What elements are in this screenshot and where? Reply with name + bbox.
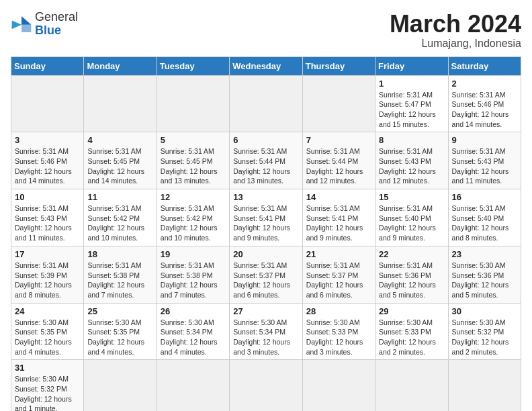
day-number: 26: [161, 306, 226, 316]
svg-marker-2: [12, 20, 21, 29]
day-number: 9: [452, 135, 517, 145]
day-info: Sunrise: 5:31 AM Sunset: 5:45 PM Dayligh…: [161, 147, 218, 185]
calendar-cell: 4Sunrise: 5:31 AM Sunset: 5:45 PM Daylig…: [84, 132, 157, 189]
day-info: Sunrise: 5:30 AM Sunset: 5:33 PM Dayligh…: [379, 318, 436, 356]
day-number: 19: [161, 249, 226, 259]
day-header-friday: Friday: [375, 56, 448, 75]
day-info: Sunrise: 5:31 AM Sunset: 5:42 PM Dayligh…: [87, 204, 144, 242]
day-info: Sunrise: 5:31 AM Sunset: 5:42 PM Dayligh…: [161, 204, 218, 242]
day-number: 30: [452, 306, 517, 316]
day-info: Sunrise: 5:31 AM Sunset: 5:45 PM Dayligh…: [87, 147, 144, 185]
day-number: 24: [15, 306, 80, 316]
day-number: 1: [379, 79, 444, 89]
general-blue-logo-icon: [11, 15, 32, 34]
day-number: 25: [87, 306, 152, 316]
calendar-cell: 17Sunrise: 5:31 AM Sunset: 5:39 PM Dayli…: [11, 246, 84, 303]
day-number: 8: [379, 135, 444, 145]
day-info: Sunrise: 5:30 AM Sunset: 5:34 PM Dayligh…: [161, 318, 218, 356]
day-number: 17: [15, 249, 80, 259]
calendar-cell: [302, 360, 375, 411]
day-number: 31: [15, 363, 80, 373]
day-info: Sunrise: 5:30 AM Sunset: 5:35 PM Dayligh…: [15, 318, 72, 356]
calendar-cell: [375, 360, 448, 411]
calendar-header: SundayMondayTuesdayWednesdayThursdayFrid…: [11, 56, 521, 75]
calendar-cell: 25Sunrise: 5:30 AM Sunset: 5:35 PM Dayli…: [84, 303, 157, 360]
day-info: Sunrise: 5:31 AM Sunset: 5:43 PM Dayligh…: [15, 204, 72, 242]
day-number: 29: [379, 306, 444, 316]
day-info: Sunrise: 5:31 AM Sunset: 5:40 PM Dayligh…: [452, 204, 509, 242]
day-info: Sunrise: 5:31 AM Sunset: 5:38 PM Dayligh…: [161, 261, 218, 299]
calendar-cell: 12Sunrise: 5:31 AM Sunset: 5:42 PM Dayli…: [157, 189, 229, 246]
day-info: Sunrise: 5:30 AM Sunset: 5:34 PM Dayligh…: [233, 318, 290, 356]
day-number: 15: [379, 192, 444, 202]
calendar-cell: 7Sunrise: 5:31 AM Sunset: 5:44 PM Daylig…: [302, 132, 375, 189]
calendar-cell: [157, 75, 229, 132]
calendar-cell: 27Sunrise: 5:30 AM Sunset: 5:34 PM Dayli…: [230, 303, 302, 360]
calendar-cell: 30Sunrise: 5:30 AM Sunset: 5:32 PM Dayli…: [448, 303, 521, 360]
calendar-cell: 31Sunrise: 5:30 AM Sunset: 5:32 PM Dayli…: [11, 360, 84, 411]
calendar-cell: 2Sunrise: 5:31 AM Sunset: 5:46 PM Daylig…: [448, 75, 521, 132]
calendar-cell: [448, 360, 521, 411]
calendar-cell: 10Sunrise: 5:31 AM Sunset: 5:43 PM Dayli…: [11, 189, 84, 246]
calendar-cell: [84, 360, 157, 411]
day-number: 2: [452, 79, 517, 89]
calendar-cell: 28Sunrise: 5:30 AM Sunset: 5:33 PM Dayli…: [302, 303, 375, 360]
day-info: Sunrise: 5:31 AM Sunset: 5:37 PM Dayligh…: [233, 261, 290, 299]
calendar-cell: 23Sunrise: 5:30 AM Sunset: 5:36 PM Dayli…: [448, 246, 521, 303]
day-number: 12: [161, 192, 226, 202]
calendar-cell: [230, 75, 302, 132]
logo-text: General Blue: [35, 11, 78, 38]
calendar-cell: 13Sunrise: 5:31 AM Sunset: 5:41 PM Dayli…: [230, 189, 302, 246]
day-number: 6: [233, 135, 298, 145]
day-number: 18: [87, 249, 152, 259]
day-header-tuesday: Tuesday: [157, 56, 229, 75]
day-header-monday: Monday: [84, 56, 157, 75]
calendar-cell: 29Sunrise: 5:30 AM Sunset: 5:33 PM Dayli…: [375, 303, 448, 360]
calendar-cell: [230, 360, 302, 411]
day-info: Sunrise: 5:30 AM Sunset: 5:36 PM Dayligh…: [452, 261, 509, 299]
day-header-saturday: Saturday: [448, 56, 521, 75]
day-info: Sunrise: 5:30 AM Sunset: 5:32 PM Dayligh…: [452, 318, 509, 356]
calendar-cell: 1Sunrise: 5:31 AM Sunset: 5:47 PM Daylig…: [375, 75, 448, 132]
day-number: 16: [452, 192, 517, 202]
day-number: 28: [306, 306, 371, 316]
location-subtitle: Lumajang, Indonesia: [390, 38, 521, 50]
day-info: Sunrise: 5:30 AM Sunset: 5:33 PM Dayligh…: [306, 318, 363, 356]
svg-marker-1: [21, 25, 31, 32]
calendar-cell: 18Sunrise: 5:31 AM Sunset: 5:38 PM Dayli…: [84, 246, 157, 303]
day-info: Sunrise: 5:31 AM Sunset: 5:43 PM Dayligh…: [452, 147, 509, 185]
day-number: 4: [87, 135, 152, 145]
title-area: March 2024 Lumajang, Indonesia: [390, 11, 521, 50]
calendar-cell: 16Sunrise: 5:31 AM Sunset: 5:40 PM Dayli…: [448, 189, 521, 246]
calendar-table: SundayMondayTuesdayWednesdayThursdayFrid…: [11, 56, 521, 411]
day-number: 10: [15, 192, 80, 202]
calendar-cell: 5Sunrise: 5:31 AM Sunset: 5:45 PM Daylig…: [157, 132, 229, 189]
calendar-cell: 20Sunrise: 5:31 AM Sunset: 5:37 PM Dayli…: [230, 246, 302, 303]
day-info: Sunrise: 5:31 AM Sunset: 5:46 PM Dayligh…: [15, 147, 72, 185]
days-of-week-row: SundayMondayTuesdayWednesdayThursdayFrid…: [11, 56, 521, 75]
week-row-5: 24Sunrise: 5:30 AM Sunset: 5:35 PM Dayli…: [11, 303, 521, 360]
calendar-cell: 6Sunrise: 5:31 AM Sunset: 5:44 PM Daylig…: [230, 132, 302, 189]
calendar-cell: [157, 360, 229, 411]
day-number: 7: [306, 135, 371, 145]
calendar-body: 1Sunrise: 5:31 AM Sunset: 5:47 PM Daylig…: [11, 75, 521, 411]
calendar-cell: [302, 75, 375, 132]
calendar-cell: 19Sunrise: 5:31 AM Sunset: 5:38 PM Dayli…: [157, 246, 229, 303]
day-header-wednesday: Wednesday: [230, 56, 302, 75]
day-number: 27: [233, 306, 298, 316]
day-number: 11: [87, 192, 152, 202]
day-number: 20: [233, 249, 298, 259]
day-number: 13: [233, 192, 298, 202]
week-row-1: 1Sunrise: 5:31 AM Sunset: 5:47 PM Daylig…: [11, 75, 521, 132]
day-info: Sunrise: 5:31 AM Sunset: 5:46 PM Dayligh…: [452, 91, 509, 128]
calendar-cell: [84, 75, 157, 132]
calendar-cell: 3Sunrise: 5:31 AM Sunset: 5:46 PM Daylig…: [11, 132, 84, 189]
week-row-4: 17Sunrise: 5:31 AM Sunset: 5:39 PM Dayli…: [11, 246, 521, 303]
logo-general: General: [35, 10, 78, 24]
week-row-3: 10Sunrise: 5:31 AM Sunset: 5:43 PM Dayli…: [11, 189, 521, 246]
logo-blue: Blue: [35, 24, 61, 37]
calendar-cell: [11, 75, 84, 132]
calendar-cell: 11Sunrise: 5:31 AM Sunset: 5:42 PM Dayli…: [84, 189, 157, 246]
week-row-6: 31Sunrise: 5:30 AM Sunset: 5:32 PM Dayli…: [11, 360, 521, 411]
month-year-title: March 2024: [390, 11, 521, 38]
